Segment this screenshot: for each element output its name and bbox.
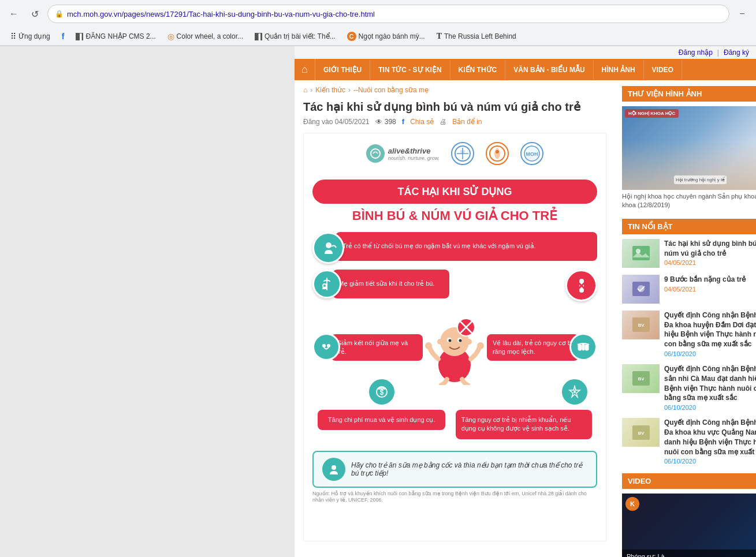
bookmark-ngotngao[interactable]: C Ngọt ngào bánh mỳ... [342, 30, 430, 43]
nav-home-button[interactable]: ⌂ [295, 59, 315, 80]
bookmark-colorwheel[interactable]: ◎ Color wheel, a color... [163, 30, 248, 43]
svg-text:!: ! [574, 388, 576, 394]
org-logo-3: MOH [520, 142, 543, 165]
nav-item-vanban[interactable]: VĂN BẢN - BIỂU MẪU [505, 60, 593, 80]
gallery-title: THƯ VIỆN HÌNH ẢNH [622, 86, 756, 102]
news-thumb-2 [622, 275, 660, 304]
bookmarks-bar: ⠿ Ứng dụng f ▐ ĐĂNG NHẬP CMS 2... ◎ Colo… [0, 28, 756, 46]
news-date-5: 06/10/2020 [664, 458, 756, 465]
infographic-title-line1: TÁC HẠI KHI SỬ DỤNG [312, 180, 597, 204]
register-link[interactable]: Đăng ký [724, 48, 749, 57]
svg-text:BV: BV [638, 323, 645, 328]
svg-rect-28 [585, 345, 589, 350]
print-icon: 🖨 [440, 118, 446, 126]
news-content-1: Tác hại khi sử dụng bình bú và núm vú gi… [664, 239, 756, 267]
point-2-icon [312, 270, 341, 298]
address-bar[interactable]: 🔒 mch.moh.gov.vn/pages/news/17291/Tac-ha… [47, 5, 729, 23]
svg-point-11 [322, 344, 326, 347]
breadcrumb-home[interactable]: ⌂ [303, 86, 307, 94]
cta-icon [322, 458, 345, 481]
org-logo-1 [451, 142, 474, 165]
news-thumb-5: BV [622, 418, 660, 447]
infographic-source: Nguồn: Hỗ trợ và khuyến khích nuôi con b… [312, 491, 597, 504]
nav-item-tintuc[interactable]: TIN TỨC - SỰ KIỆN [370, 60, 450, 80]
brand-sub: nourish. nurture. grow. [388, 155, 440, 161]
browser-toolbar: ← ↺ 🔒 mch.moh.gov.vn/pages/news/17291/Ta… [0, 0, 756, 28]
nav-item-video[interactable]: VIDEO [644, 60, 682, 80]
bookmark-quantri-label: Quản trị bài viết: Thể... [265, 32, 335, 40]
news-date-4: 06/10/2020 [664, 404, 756, 411]
back-button[interactable]: ← [6, 6, 22, 22]
nav-item-kienthuc[interactable]: KIẾN THỨC [450, 60, 506, 80]
infographic-logos: alive&thrive nourish. nurture. grow. MOH [312, 142, 597, 171]
infographic-title-line2: BÌNH BÚ & NÚM VÚ GIẢ CHO TRẺ [312, 208, 597, 223]
print-link[interactable]: Bản để in [452, 118, 482, 126]
ngotngao-icon: C [347, 32, 356, 41]
video-label-bar: Phóng sự: Là... [622, 549, 756, 557]
minimize-button[interactable]: − [734, 6, 750, 22]
point-3-text: Giảm kết nối giữa mẹ và trẻ. [331, 334, 423, 361]
alive-thrive-logo: alive&thrive nourish. nurture. grow. [366, 144, 440, 163]
content-area: ⌂ › Kiến thức › --Nuôi con bằng sữa mẹ T… [295, 80, 756, 557]
nyt-icon: T [437, 32, 442, 41]
apps-icon: ⠿ [10, 32, 16, 41]
news-item-5: BV Quyết định Công nhận Bệnh viện Đa kho… [622, 418, 756, 465]
news-title-4[interactable]: Quyết định Công nhận Bệnh viện sản nhi C… [664, 364, 756, 403]
news-thumb-4: BV [622, 364, 660, 393]
news-title-3[interactable]: Quyết định Công nhận Bệnh viện Đa khoa h… [664, 311, 756, 349]
svg-point-12 [327, 344, 330, 347]
login-link[interactable]: Đăng nhập [679, 48, 713, 57]
news-item-4: BV Quyết định Công nhận Bệnh viện sản nh… [622, 364, 756, 411]
bookmark-cms-label: ĐĂNG NHẬP CMS 2... [85, 32, 155, 40]
news-item-1: Tác hại khi sử dụng bình bú và núm vú gi… [622, 239, 756, 268]
svg-rect-35 [632, 246, 650, 260]
colorwheel-icon: ◎ [167, 32, 174, 41]
breadcrumb-kienthuc[interactable]: Kiến thức [315, 86, 345, 94]
bookmark-apps-label: Ứng dụng [18, 32, 50, 40]
svg-text:BV: BV [638, 431, 645, 436]
site-header: Đăng nhập | Đăng ký ⌂ GIỚI THIỆU TIN TỨC… [295, 46, 756, 80]
breadcrumb-nuoicon[interactable]: --Nuôi con bằng sữa mẹ [353, 86, 429, 94]
news-content-4: Quyết định Công nhận Bệnh viện sản nhi C… [664, 364, 756, 411]
video-thumbnail[interactable]: K ⋮ ▶ Phóng sự: Là... [622, 494, 756, 557]
point-5-text: Tăng nguy cơ trẻ bị nhiễm khuẩn, nếu dụn… [456, 410, 593, 439]
svg-point-38 [638, 285, 645, 292]
svg-point-18 [459, 339, 462, 342]
svg-text:BV: BV [638, 376, 645, 382]
reload-button[interactable]: ↺ [27, 6, 43, 22]
infographic-cta: Hãy cho trẻ ăn sữa mẹ bằng cốc và thìa n… [312, 451, 597, 488]
bookmark-apps[interactable]: ⠿ Ứng dụng [6, 30, 55, 43]
bookmark-facebook[interactable]: f [57, 30, 69, 43]
point-4-text: Tăng chi phí mua và vệ sinh dụng cụ. [318, 410, 446, 430]
trending-section: TIN NỔI BẬT Tác hại khi sử dụng bình bú … [622, 219, 756, 465]
main-content: ⌂ › Kiến thức › --Nuôi con bằng sữa mẹ T… [295, 80, 615, 557]
bookmark-nyt-label: The Russia Left Behind [444, 32, 516, 40]
video-section: VIDEO K ⋮ ▶ Phóng sự [622, 473, 756, 557]
svg-point-6 [326, 242, 332, 248]
bookmark-quantri[interactable]: ▐ Quản trị bài viết: Thể... [250, 31, 340, 42]
conference-image[interactable]: HỘI NGHỊ KHOA HỌC Hội trường hội nghị y … [622, 106, 756, 190]
nav-item-gioithieu[interactable]: GIỚI THIỆU [315, 60, 370, 80]
url-text: mch.moh.gov.vn/pages/news/17291/Tac-hai-… [67, 10, 722, 18]
bookmark-cms[interactable]: ▐ ĐĂNG NHẬP CMS 2... [71, 31, 160, 42]
nav-item-hinhanh[interactable]: HÌNH ẢNH [594, 60, 644, 80]
point-5-icon: ! [560, 377, 589, 406]
infographic-body: Trẻ có thể từ chối bú mẹ do ngậm bắt vú … [312, 232, 597, 532]
share-link[interactable]: Chia sẻ [410, 118, 434, 126]
bookmark-nyt[interactable]: T The Russia Left Behind [432, 30, 521, 43]
news-title-5[interactable]: Quyết định Công nhận Bệnh viện Đa khoa k… [664, 418, 756, 457]
news-title-1[interactable]: Tác hại khi sử dụng bình bú và núm vú gi… [664, 239, 756, 259]
cms-icon: ▐ [76, 33, 83, 40]
baby-illustration [423, 307, 487, 388]
point-6-icon [569, 333, 597, 361]
news-item-3: BV Quyết định Công nhận Bệnh viện Đa kho… [622, 311, 756, 357]
point-4-icon: $ [367, 377, 396, 406]
svg-point-34 [332, 465, 336, 470]
auth-bar: Đăng nhập | Đăng ký [295, 46, 756, 59]
svg-point-19 [425, 342, 432, 349]
svg-point-17 [449, 339, 452, 342]
news-title-2[interactable]: 9 Bước bắn nặng của trẻ [664, 275, 756, 285]
video-label: Phóng sự: Là... [627, 553, 670, 557]
browser-chrome: ← ↺ 🔒 mch.moh.gov.vn/pages/news/17291/Ta… [0, 0, 756, 46]
facebook-icon: f [62, 32, 65, 41]
